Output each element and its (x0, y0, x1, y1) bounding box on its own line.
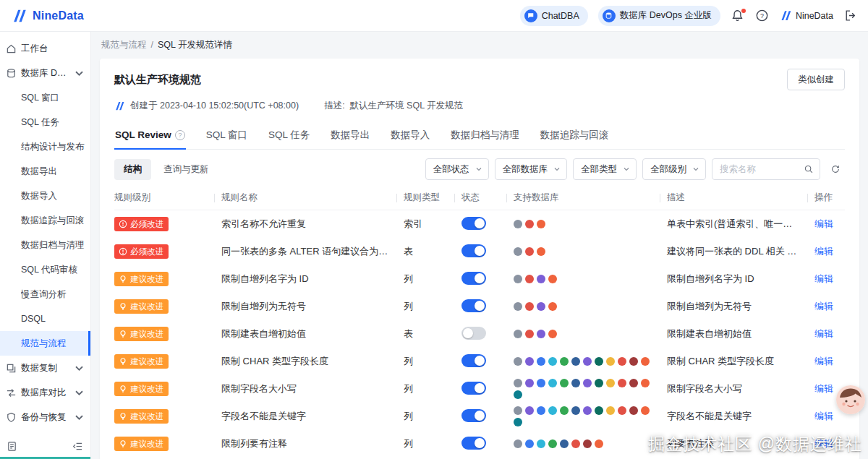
sidebar-item-sql-task[interactable]: SQL 任务 (0, 110, 90, 134)
edit-link[interactable]: 编辑 (814, 438, 833, 449)
status-toggle[interactable] (461, 217, 486, 230)
tab-sql-review[interactable]: SQL Review? (114, 123, 186, 150)
status-toggle[interactable] (461, 272, 486, 285)
sidebar-item-label: 数据复制 (21, 362, 57, 374)
rule-level-cell: 必须改进 (114, 217, 214, 231)
sidebar-item-workbench[interactable]: 工作台 (0, 36, 90, 61)
edit-link[interactable]: 编辑 (814, 383, 833, 394)
edit-link[interactable]: 编辑 (814, 273, 833, 284)
collapse-sidebar-icon[interactable] (72, 441, 83, 452)
column-header: 支持数据库 (506, 192, 660, 204)
search-input[interactable] (720, 164, 799, 174)
bulb-icon (119, 330, 127, 338)
column-header: 状态 (454, 192, 506, 204)
sidebar-item-dsql[interactable]: DSQL (0, 306, 90, 331)
edit-link[interactable]: 编辑 (814, 411, 833, 421)
sidebar-item-label: 备份与恢复 (21, 411, 67, 424)
bulb-icon (119, 357, 127, 366)
bell-icon[interactable] (731, 9, 745, 23)
exit-icon[interactable] (843, 9, 858, 23)
edit-link[interactable]: 编辑 (814, 301, 833, 312)
subtab-structure[interactable]: 结构 (114, 159, 151, 180)
edit-link[interactable]: 编辑 (814, 246, 833, 257)
brand-name: NineData (33, 9, 84, 22)
refresh-icon[interactable] (826, 160, 845, 179)
rule-status-cell (454, 217, 506, 232)
rule-level-label: 必须改进 (130, 219, 163, 230)
clone-spec-button[interactable]: 类似创建 (787, 69, 845, 90)
tab-data-archive-clean[interactable]: 数据归档与清理 (450, 123, 520, 149)
db-icon (514, 379, 522, 387)
status-toggle[interactable] (461, 382, 486, 395)
sidebar-item-data-archive-clean[interactable]: 数据归档与清理 (0, 233, 90, 257)
filter-select-status[interactable]: 全部状态 (425, 158, 489, 180)
sidebar-item-schema-design-publish[interactable]: 结构设计与发布 (0, 134, 90, 159)
subtab-query-update[interactable]: 查询与更新 (154, 159, 218, 180)
tab-data-trace-rollback[interactable]: 数据追踪与回滚 (540, 123, 610, 149)
edit-link[interactable]: 编辑 (814, 356, 833, 366)
table-body: 必须改进索引名称不允许重复索引单表中索引(普通索引、唯一键、外键)名称...编辑… (114, 210, 845, 459)
sidebar-item-data-export[interactable]: 数据导出 (0, 159, 90, 184)
db-icon (571, 379, 580, 387)
breadcrumb: 规范与流程/SQL 开发规范详情 (101, 39, 859, 51)
status-toggle[interactable] (461, 354, 486, 367)
sidebar-item-slow-query-analysis[interactable]: 慢查询分析 (0, 282, 90, 306)
tab-sql-window[interactable]: SQL 窗口 (205, 123, 248, 149)
edit-link[interactable]: 编辑 (814, 328, 833, 339)
rule-desc: 限制自增列为无符号 (660, 300, 807, 313)
chevron-down-icon (74, 363, 85, 374)
status-toggle[interactable] (461, 437, 486, 450)
column-header: 描述 (660, 192, 807, 204)
filter-select-level[interactable]: 全部级别 (642, 158, 706, 180)
status-toggle[interactable] (461, 327, 486, 340)
db-icons (506, 275, 660, 283)
filter-select-database[interactable]: 全部数据库 (495, 158, 568, 180)
toolbar: 结构查询与更新 全部状态全部数据库全部类型全部级别 (114, 158, 845, 180)
sidebar-item-backup-restore[interactable]: 备份与恢复 (0, 405, 90, 429)
db-icon (525, 275, 534, 283)
document-icon[interactable] (7, 441, 17, 452)
db-icon (537, 439, 545, 448)
rule-type: 列 (396, 410, 454, 423)
db-icon (525, 357, 534, 366)
sidebar-item-spec-process[interactable]: 规范与流程 (0, 331, 90, 356)
chevron-down-icon (74, 387, 85, 398)
status-toggle[interactable] (461, 299, 486, 312)
sidebar-item-sql-code-review[interactable]: SQL 代码审核 (0, 257, 90, 282)
sidebar-item-data-trace-rollback[interactable]: 数据追踪与回滚 (0, 208, 90, 233)
db-icon (514, 357, 522, 366)
select-value: 全部数据库 (503, 163, 548, 176)
tab-sql-task[interactable]: SQL 任务 (268, 123, 310, 149)
breadcrumb-parent[interactable]: 规范与流程 (101, 40, 147, 50)
help-icon[interactable]: ? (755, 9, 770, 23)
db-icon (571, 439, 580, 448)
sidebar-item-data-import[interactable]: 数据导入 (0, 184, 90, 208)
db-icons (506, 330, 660, 338)
rule-level-cell: 必须改进 (114, 244, 214, 259)
db-icon (537, 379, 545, 387)
filter-select-type[interactable]: 全部类型 (573, 158, 637, 180)
rule-row: 必须改进同一张表的多条 ALTER 语句建议合为一条表建议将同一张表的 DDL … (114, 238, 845, 265)
search-icon[interactable] (804, 164, 814, 174)
account-menu[interactable]: NineData (780, 9, 833, 22)
tab-data-export[interactable]: 数据导出 (330, 123, 370, 149)
tab-data-import[interactable]: 数据导入 (390, 123, 430, 149)
db-icon (583, 357, 592, 366)
db-icon (537, 357, 545, 366)
db-icon (537, 275, 545, 283)
sidebar-item-label: 数据库 DevOps (21, 67, 69, 80)
edit-link[interactable]: 编辑 (814, 218, 833, 229)
sidebar-item-data-replication[interactable]: 数据复制 (0, 356, 90, 380)
db-icon (514, 418, 522, 426)
chatdba-button[interactable]: ChatDBA (520, 6, 588, 26)
status-toggle[interactable] (461, 409, 486, 422)
sidebar-item-label: 结构设计与发布 (21, 141, 85, 153)
status-toggle[interactable] (461, 244, 486, 257)
edition-button[interactable]: 数据库 DevOps 企业版 (598, 6, 720, 26)
rule-status-cell (454, 244, 506, 259)
assistant-avatar[interactable] (836, 385, 865, 414)
sidebar-item-db-compare[interactable]: 数据库对比 (0, 380, 90, 405)
db-icon (618, 406, 626, 415)
sidebar-item-db-devops[interactable]: 数据库 DevOps (0, 61, 90, 85)
sidebar-item-sql-window[interactable]: SQL 窗口 (0, 85, 90, 110)
